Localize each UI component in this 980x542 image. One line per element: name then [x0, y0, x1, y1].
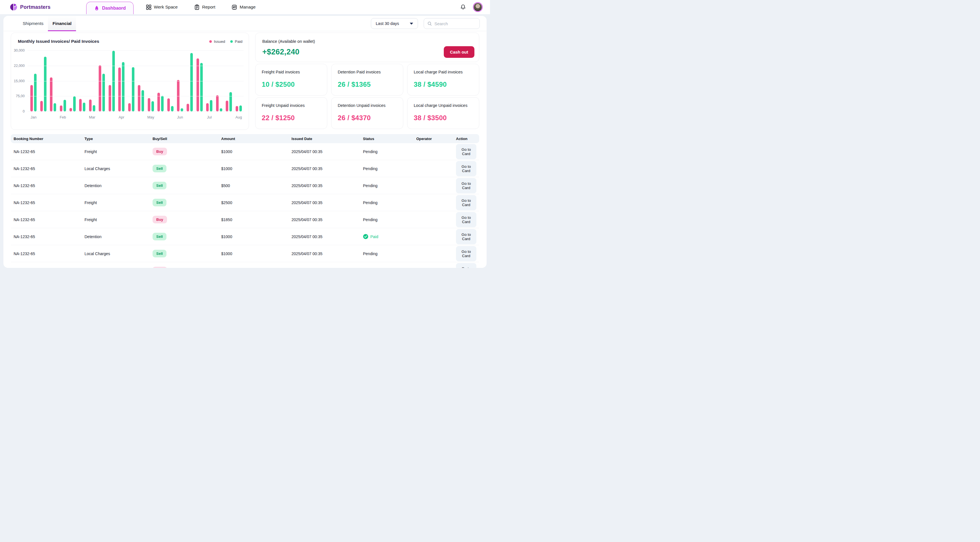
paid-bar	[83, 103, 85, 111]
stat-card: Local charge Unpaid invoices 38 / $3500	[407, 97, 479, 129]
amount-cell: $2500	[221, 200, 291, 205]
go-to-card-button[interactable]: Go to Card	[456, 161, 476, 176]
chart-legend: Issued Paid	[209, 40, 242, 44]
x-axis-month-label: Feb	[60, 115, 66, 119]
balance-card: Balance (Available on wallet) +$262,240 …	[255, 33, 479, 62]
amount-cell: $1000	[221, 149, 291, 154]
tab-label: Shipments	[23, 21, 43, 26]
go-to-card-button[interactable]: Go to Card	[456, 263, 476, 268]
paid-bar	[54, 103, 56, 111]
col-type: Type	[84, 137, 153, 141]
col-operator: Operator	[416, 137, 456, 141]
buy-sell-badge: Buy	[153, 216, 167, 223]
table-header: Booking Number Type Buy/Sell Amount Issu…	[11, 134, 479, 143]
sub-tabbar: Shipments Financial Last 30 days	[3, 16, 487, 31]
gridline: 22,000	[27, 66, 243, 66]
issued-bar	[128, 103, 131, 111]
stat-value: 10 / $2500	[262, 81, 321, 89]
issued-bar	[60, 105, 62, 112]
avatar-photo	[474, 3, 482, 11]
paid-bar	[161, 96, 164, 111]
brand: Portmasters	[10, 0, 51, 14]
paid-bar	[239, 105, 242, 112]
issued-bar	[158, 93, 160, 111]
x-axis-month-label: Jun	[177, 115, 183, 119]
issued-bar	[177, 80, 180, 111]
booking-number-cell: NA-1232-65	[14, 183, 84, 188]
paid-dot-icon	[230, 40, 233, 43]
nav-item-workspace[interactable]: Werk Space	[146, 0, 178, 14]
balance-amount: +$262,240	[262, 48, 472, 56]
amount-cell: $1850	[221, 218, 291, 222]
go-to-card-button[interactable]: Go to Card	[456, 144, 476, 159]
legend-item-paid: Paid	[230, 40, 242, 44]
stat-card: Detention Paid invoices 26 / $1365	[331, 64, 403, 95]
stat-value: 38 / $3500	[414, 114, 473, 122]
nav-item-report[interactable]: Report	[194, 0, 215, 14]
go-to-card-button[interactable]: Go to Card	[456, 178, 476, 193]
paid-bar	[181, 108, 183, 111]
search-input[interactable]	[434, 21, 476, 26]
issued-date-cell: 2025/04/07 00:35	[291, 251, 363, 256]
chart-plot: JanFebMarAprMayJunJulAug 30,00022,00015,…	[27, 51, 243, 111]
issued-bar	[226, 101, 228, 111]
dashboard-content: Balance (Available on wallet) +$262,240 …	[3, 31, 487, 131]
issued-bar	[216, 95, 219, 111]
table-row: NA-1232-65 Freight Sell $2500 2025/04/07…	[11, 194, 479, 211]
status-label: Paid	[370, 234, 378, 239]
tab-label: Financial	[52, 21, 72, 26]
type-cell: Freight	[84, 200, 153, 205]
type-cell: Detention	[84, 234, 153, 239]
search-icon	[427, 21, 432, 26]
stat-value: 26 / $1365	[338, 81, 397, 89]
issued-date-cell: 2025/04/07 00:35	[291, 166, 363, 171]
go-to-card-button[interactable]: Go to Card	[456, 246, 476, 261]
paid-bar	[132, 67, 134, 111]
issued-date-cell: 2025/04/07 00:35	[291, 234, 363, 239]
type-cell: Freight	[84, 149, 153, 154]
issued-bar	[30, 85, 33, 111]
paid-check-icon	[363, 234, 368, 239]
issued-bar	[138, 85, 140, 111]
nav-item-label: Manage	[240, 5, 256, 10]
gridline: 0	[27, 111, 243, 112]
tab-shipments[interactable]: Shipments	[18, 16, 48, 31]
col-action: Action	[456, 137, 476, 141]
amount-cell: $500	[221, 183, 291, 188]
x-axis-month-label: Mar	[89, 115, 95, 119]
y-axis-tick: 75,00	[16, 94, 25, 98]
paid-bar	[93, 105, 95, 111]
cash-out-button[interactable]: Cash out	[444, 46, 474, 58]
nav-item-label: Report	[202, 5, 215, 10]
nav-center: Dashbaord Werk Space Report	[86, 0, 272, 14]
go-to-card-button[interactable]: Go to Card	[456, 229, 476, 244]
y-axis-tick: 22,000	[14, 64, 25, 68]
issued-date-cell: 2025/04/07 00:35	[291, 183, 363, 188]
period-dropdown[interactable]: Last 30 days	[371, 18, 418, 29]
sliders-icon	[232, 5, 237, 10]
booking-number-cell: NA-1232-65	[14, 218, 84, 222]
user-avatar[interactable]	[473, 2, 483, 12]
nav-item-dashboard[interactable]: Dashbaord	[86, 2, 134, 14]
table-row: NA-1232-65 Local Charges Sell $1000 2025…	[11, 245, 479, 262]
paid-bar	[151, 101, 154, 111]
go-to-card-button[interactable]: Go to Card	[456, 195, 476, 210]
booking-number-cell: NA-1232-65	[14, 251, 84, 256]
go-to-card-button[interactable]: Go to Card	[456, 212, 476, 227]
buy-sell-badge: Sell	[153, 165, 167, 172]
invoices-chart-card: Monthly Issued Invoices/ Paid Invoices I…	[11, 33, 249, 130]
stat-card: Detention Unpaid invoices 26 / $4370	[331, 97, 403, 129]
issued-bar	[186, 104, 189, 111]
bell-icon[interactable]	[460, 4, 466, 10]
status-label: Pending	[363, 251, 377, 256]
issued-bar	[50, 77, 52, 111]
paid-bar	[171, 106, 173, 111]
paid-bar	[64, 100, 66, 111]
issued-dot-icon	[209, 40, 212, 43]
stat-value: 22 / $1250	[262, 114, 321, 122]
nav-item-manage[interactable]: Manage	[232, 0, 256, 14]
stat-label: Detention Unpaid invoices	[338, 103, 397, 108]
issued-date-cell: 2025/04/07 00:35	[291, 149, 363, 154]
tab-financial[interactable]: Financial	[48, 16, 76, 31]
type-cell: Freight	[84, 218, 153, 222]
